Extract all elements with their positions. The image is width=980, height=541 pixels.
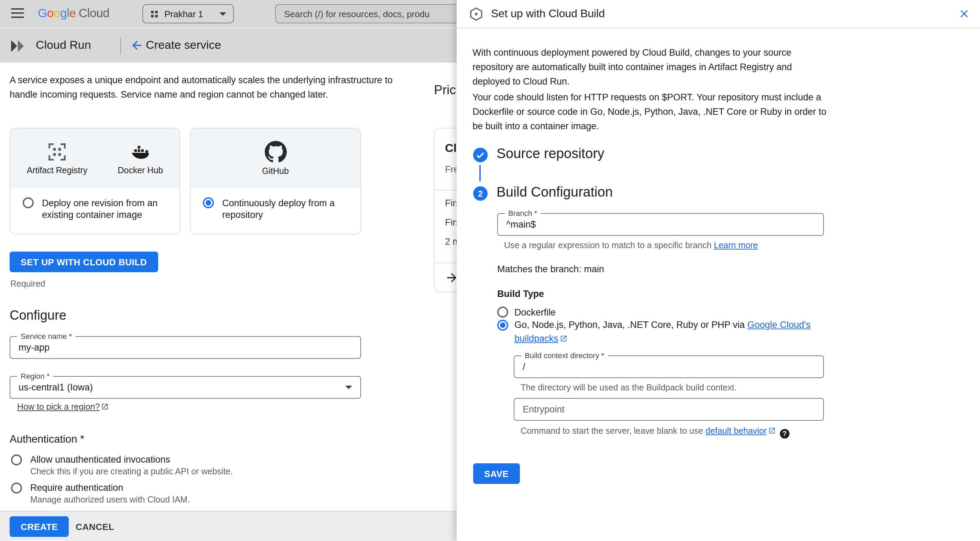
require-auth-desc: Manage authorized users with Cloud IAM. <box>30 495 190 505</box>
chevron-down-icon <box>220 12 226 16</box>
region-help-link[interactable]: How to pick a region? <box>17 402 109 412</box>
deploy-existing-label[interactable]: Deploy one revision from an existing con… <box>42 197 167 221</box>
branch-label: Branch * <box>505 209 541 217</box>
configure-heading: Configure <box>10 308 66 323</box>
entrypoint-field <box>514 398 824 421</box>
service-name-label: Service name * <box>17 332 75 340</box>
context-dir-field: Build context directory * <box>514 355 824 378</box>
external-link-icon <box>768 427 776 435</box>
require-auth-option[interactable]: Require authentication <box>11 482 123 493</box>
panel-intro-1: With continuous deployment powered by Cl… <box>473 45 827 89</box>
pricing-heading: Pric <box>434 82 456 98</box>
artifact-registry-icon <box>47 141 67 162</box>
cancel-button[interactable]: CANCEL <box>67 516 123 537</box>
logo-letter: l <box>67 6 69 20</box>
entrypoint-helper-text: Command to start the server, leave blank… <box>520 426 706 436</box>
gcp-console: GoogleCloud Prakhar 1 Cloud Run Create s… <box>0 0 980 541</box>
back-arrow-icon[interactable] <box>130 38 144 52</box>
logo-letter: G <box>38 6 47 20</box>
artifact-registry-label: Artifact Registry <box>27 166 88 175</box>
service-description: A service exposes a unique endpoint and … <box>10 73 396 102</box>
panel-title: Set up with Cloud Build <box>491 8 605 20</box>
external-link-icon <box>101 403 109 410</box>
dockerfile-radio[interactable] <box>497 306 508 317</box>
github-option: GitHub <box>262 141 289 176</box>
cloud-run-icon <box>10 37 27 55</box>
menu-icon[interactable] <box>11 8 24 19</box>
chevron-down-icon <box>345 386 352 389</box>
context-dir-label: Build context directory * <box>521 351 608 360</box>
default-behavior-link-text: default behavior <box>706 426 767 436</box>
docker-hub-option: Docker Hub <box>118 141 163 175</box>
repository-card: GitHub Continuously deploy from a reposi… <box>190 128 361 235</box>
existing-image-card: Artifact Registry Docker Hub Deploy one … <box>10 128 180 235</box>
branch-field: Branch * <box>497 213 824 236</box>
cloud-build-icon <box>469 6 484 21</box>
deploy-repo-label[interactable]: Continuously deploy from a repository <box>222 197 346 221</box>
artifact-registry-option: Artifact Registry <box>27 141 88 175</box>
repository-card-header: GitHub <box>191 129 360 188</box>
divider <box>120 37 121 54</box>
region-value: us-central1 (Iowa) <box>19 382 93 392</box>
logo-cloud-text: Cloud <box>79 6 109 20</box>
existing-image-card-header: Artifact Registry Docker Hub <box>10 129 180 188</box>
google-cloud-logo[interactable]: GoogleCloud <box>38 6 109 21</box>
step-1-title: Source repository <box>496 146 605 162</box>
cloud-build-panel: Set up with Cloud Build With continuous … <box>457 0 980 541</box>
build-type-label: Build Type <box>497 289 544 299</box>
region-field[interactable]: Region * us-central1 (Iowa) <box>10 376 361 399</box>
buildpacks-option-prefix: Go, Node.js, Python, Java, .NET Core, Ru… <box>514 320 747 330</box>
setup-cloud-build-button[interactable]: SET UP WITH CLOUD BUILD <box>10 252 158 272</box>
deploy-existing-option[interactable]: Deploy one revision from an existing con… <box>10 188 180 221</box>
docker-icon <box>129 141 151 162</box>
allow-unauth-label[interactable]: Allow unauthenticated invocations <box>30 454 170 465</box>
buildpacks-radio[interactable] <box>497 320 508 331</box>
authentication-heading: Authentication * <box>10 433 84 446</box>
external-link-icon <box>560 335 567 342</box>
learn-more-link[interactable]: Learn more <box>714 241 758 250</box>
deploy-existing-radio[interactable] <box>23 197 34 208</box>
allow-unauth-radio[interactable] <box>11 454 22 465</box>
create-button[interactable]: CREATE <box>10 516 69 537</box>
step-1-check-icon <box>473 148 488 162</box>
panel-header: Set up with Cloud Build <box>457 0 980 28</box>
search-bar <box>275 4 469 23</box>
logo-letter: o <box>54 6 60 20</box>
help-icon[interactable]: ? <box>780 428 789 438</box>
entrypoint-input[interactable] <box>514 399 823 420</box>
context-dir-helper: The directory will be used as the Buildp… <box>520 383 737 392</box>
allow-unauth-desc: Check this if you are creating a public … <box>30 467 233 476</box>
step-connector <box>479 165 481 181</box>
save-button[interactable]: SAVE <box>473 463 520 484</box>
page-title: Create service <box>146 38 221 52</box>
default-behavior-link[interactable]: default behavior <box>706 426 776 436</box>
close-button[interactable] <box>958 8 970 20</box>
pricing-card-title: Cl <box>445 141 457 155</box>
project-selector[interactable]: Prakhar 1 <box>142 4 234 23</box>
github-label: GitHub <box>262 167 289 176</box>
allow-unauth-option[interactable]: Allow unauthenticated invocations <box>11 454 170 465</box>
dockerfile-option-label[interactable]: Dockerfile <box>514 306 556 320</box>
require-auth-label[interactable]: Require authentication <box>30 482 123 493</box>
buildpacks-option-label[interactable]: Go, Node.js, Python, Java, .NET Core, Ru… <box>514 318 832 346</box>
product-name[interactable]: Cloud Run <box>36 38 91 52</box>
region-select[interactable]: us-central1 (Iowa) <box>10 377 360 398</box>
step-2-badge: 2 <box>473 186 488 201</box>
service-name-field: Service name * <box>10 336 361 359</box>
branch-match-text: Matches the branch: main <box>497 264 604 274</box>
close-icon <box>958 8 970 20</box>
github-icon <box>264 141 286 163</box>
branch-input[interactable] <box>498 214 823 235</box>
logo-letter: g <box>60 6 67 20</box>
require-auth-radio[interactable] <box>11 482 22 493</box>
logo-letter: e <box>70 6 76 20</box>
region-label: Region * <box>17 372 53 380</box>
project-name: Prakhar 1 <box>164 9 214 19</box>
project-grid-icon <box>150 9 159 18</box>
branch-helper-text: Use a regular expression to match to a s… <box>504 241 714 250</box>
deploy-repo-option[interactable]: Continuously deploy from a repository <box>191 188 360 221</box>
region-help-link-text: How to pick a region? <box>17 402 100 412</box>
step-2-title: Build Configuration <box>496 184 613 200</box>
search-input[interactable] <box>276 5 468 23</box>
deploy-repo-radio[interactable] <box>203 197 214 208</box>
